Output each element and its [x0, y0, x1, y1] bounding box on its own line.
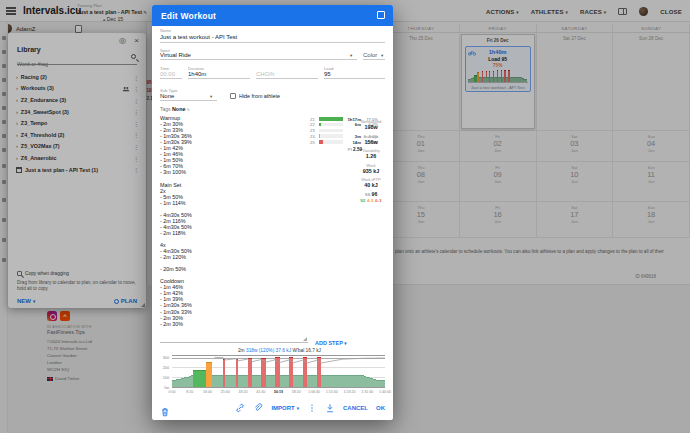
stat-value: 156w — [355, 139, 387, 145]
attachment-icon[interactable] — [253, 403, 263, 413]
import-button[interactable]: IMPORT ▾ — [271, 405, 299, 411]
zone-bar — [319, 123, 343, 127]
cancel-button[interactable]: CANCEL — [343, 405, 368, 411]
workout-steps-text[interactable]: Warmup - 2m 30% - 2m 33% - 1m30s 36% - 1… — [160, 115, 310, 327]
steps-resize-handle[interactable] — [303, 337, 307, 341]
x-axis-label: 1:23:20 — [344, 390, 356, 394]
zone-label: Z3 — [310, 128, 315, 133]
zone-bar — [319, 134, 343, 138]
zone-label: Z2 — [310, 122, 315, 127]
time-field[interactable]: 00:00 — [160, 71, 175, 77]
add-step-button[interactable]: ADD STEP ▾ — [315, 340, 347, 346]
x-axis-label: 33:20 — [238, 390, 247, 394]
edit-workout-dialog: Edit Workout Name Just a test workout - … — [152, 5, 393, 420]
x-axis-label: 50:19 — [274, 390, 283, 394]
workout-stats: Normalized198wAverage156wVariability1.26… — [355, 116, 387, 203]
x-axis-label: 0:00 — [169, 390, 176, 394]
hide-from-athlete-checkbox[interactable] — [230, 93, 236, 99]
workout-profile-chart[interactable] — [172, 355, 385, 388]
download-icon[interactable] — [325, 403, 335, 413]
color-select[interactable]: Color — [363, 52, 377, 58]
x-axis-label: 1:15:00 — [326, 390, 338, 394]
stat-value: 198w — [355, 124, 387, 130]
cho-field[interactable]: CHO/h — [256, 71, 274, 77]
x-axis-label: 1:06:40 — [308, 390, 320, 394]
y-axis-label: 0w — [157, 386, 169, 390]
delete-icon[interactable] — [160, 407, 170, 417]
chart-x-axis: 0:008:2016:4025:0033:2041:4050:1958:201:… — [172, 390, 385, 396]
sport-select[interactable]: Virtual Ride — [160, 52, 191, 58]
dialog-title: Edit Workout — [161, 11, 216, 21]
x-axis-label: 25:00 — [221, 390, 230, 394]
stress-detail: 92 4.5 0.3 — [355, 198, 387, 203]
link-icon[interactable] — [235, 403, 245, 413]
name-label: Name — [160, 28, 171, 33]
zone-label: Z4 — [310, 134, 315, 139]
stat-value: 40 kJ — [355, 182, 387, 188]
x-axis-label: 8:20 — [186, 390, 193, 394]
y-axis-label: 100 — [157, 376, 169, 380]
name-field[interactable]: Just a test workout - API Test — [160, 34, 237, 40]
y-axis-label: 300 — [157, 356, 169, 360]
color-caret-icon[interactable]: ▾ — [381, 53, 383, 58]
sport-caret-icon[interactable]: ▾ — [350, 53, 352, 58]
subtype-select[interactable]: None — [160, 93, 174, 99]
stress-score: SS 96 — [355, 191, 387, 197]
y-axis-label: 200 — [157, 366, 169, 370]
tags-row[interactable]: Tags None ✎ — [160, 106, 190, 112]
x-axis-label: 1:40:00 — [379, 390, 391, 394]
stat-value: 1.26 — [355, 153, 387, 159]
subtype-caret-icon[interactable]: ▾ — [210, 94, 212, 99]
zone-label: Z5 — [310, 140, 315, 145]
zone-bar — [319, 140, 343, 144]
zone-bar — [319, 117, 343, 121]
zone-bar — [319, 129, 343, 133]
stat-value: 935 kJ — [355, 168, 387, 174]
zone-label: Z1 — [310, 117, 315, 122]
x-axis-label: 16:40 — [203, 390, 212, 394]
maximize-icon[interactable] — [377, 11, 385, 19]
load-field[interactable]: 95 — [324, 71, 331, 77]
x-axis-label: 58:20 — [292, 390, 301, 394]
x-axis-label: 41:40 — [256, 390, 265, 394]
hide-from-athlete-label: Hide from athlete — [239, 93, 280, 99]
chart-hover-readout: 2m 318w (120%) 37.6 kJ W'bal 16.7 kJ — [172, 348, 387, 353]
dialog-toolbar: IMPORT ▾ CANCEL OK — [152, 401, 393, 417]
dialog-header[interactable]: Edit Workout — [152, 5, 393, 26]
wbal-line — [172, 356, 385, 387]
more-options-icon[interactable] — [307, 403, 317, 413]
duration-field[interactable]: 1h40m — [188, 71, 206, 77]
x-axis-label: 1:31:40 — [361, 390, 373, 394]
ok-button[interactable]: OK — [376, 405, 385, 411]
